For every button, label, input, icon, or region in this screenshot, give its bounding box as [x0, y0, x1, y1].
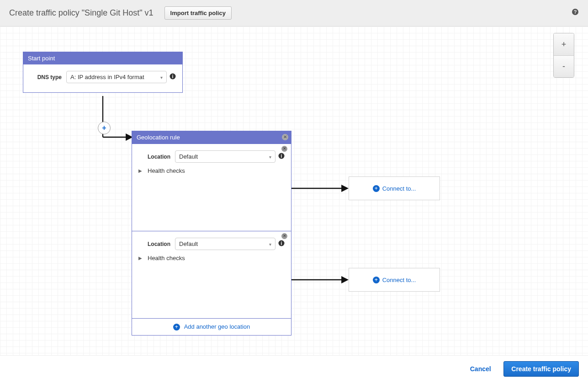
- connect-to-label: Connect to...: [382, 185, 416, 192]
- svg-text:i: i: [281, 154, 282, 159]
- location-select[interactable]: Default ▾: [175, 150, 275, 163]
- geo-section-0: ✕ Location Default ▾ i ▶ Health checks: [132, 144, 291, 231]
- add-geo-label: Add another geo location: [184, 323, 250, 330]
- canvas[interactable]: + - Start point DNS type A: IP address i…: [0, 27, 588, 356]
- remove-node-icon[interactable]: ✕: [282, 134, 288, 140]
- caret-right-icon: ▶: [138, 168, 142, 173]
- add-geo-location[interactable]: + Add another geo location: [132, 318, 291, 335]
- chevron-down-icon: ▾: [160, 75, 163, 80]
- health-checks-toggle[interactable]: ▶ Health checks: [138, 255, 285, 261]
- start-point-header: Start point: [23, 52, 182, 64]
- svg-text:i: i: [172, 74, 174, 79]
- dns-type-label: DNS type: [30, 74, 66, 80]
- zoom-out-button[interactable]: -: [554, 55, 574, 77]
- cancel-button[interactable]: Cancel: [464, 362, 498, 376]
- connect-to-label: Connect to...: [382, 277, 416, 283]
- dns-type-select[interactable]: A: IP address in IPv4 format ▾: [66, 71, 167, 83]
- import-traffic-policy-button[interactable]: Import traffic policy: [164, 6, 232, 20]
- svg-text:?: ?: [574, 9, 577, 15]
- health-checks-label: Health checks: [148, 167, 185, 174]
- geo-section-1: ✕ Location Default ▾ i ▶ Health checks: [132, 231, 291, 318]
- health-checks-toggle[interactable]: ▶ Health checks: [138, 167, 285, 174]
- caret-right-icon: ▶: [138, 256, 142, 261]
- health-checks-label: Health checks: [148, 255, 185, 261]
- location-label: Location: [138, 154, 175, 160]
- info-icon[interactable]: i: [278, 240, 285, 248]
- help-icon[interactable]: ?: [572, 8, 579, 17]
- info-icon[interactable]: i: [170, 73, 176, 81]
- connect-to-box-0[interactable]: + Connect to...: [349, 176, 440, 200]
- zoom-controls: + -: [553, 33, 574, 78]
- chevron-down-icon: ▾: [269, 154, 271, 159]
- add-rule-button[interactable]: +: [98, 122, 111, 134]
- dns-type-value: A: IP address in IPv4 format: [70, 74, 144, 80]
- zoom-in-button[interactable]: +: [554, 33, 574, 55]
- location-select[interactable]: Default ▾: [175, 238, 275, 250]
- location-value: Default: [179, 240, 198, 247]
- geolocation-rule-node[interactable]: Geolocation rule ✕ ✕ Location Default ▾ …: [132, 131, 291, 336]
- plus-circle-icon: +: [373, 185, 380, 192]
- create-traffic-policy-button[interactable]: Create traffic policy: [503, 361, 579, 377]
- location-value: Default: [179, 153, 198, 160]
- location-label: Location: [138, 241, 175, 247]
- chevron-down-icon: ▾: [269, 241, 271, 246]
- start-point-node[interactable]: Start point DNS type A: IP address in IP…: [23, 52, 183, 93]
- plus-circle-icon: +: [373, 277, 380, 283]
- svg-text:i: i: [281, 241, 282, 246]
- remove-location-icon[interactable]: ✕: [281, 233, 287, 239]
- remove-location-icon[interactable]: ✕: [281, 146, 287, 152]
- footer-bar: Cancel Create traffic policy: [0, 356, 588, 382]
- header-bar: Create traffic policy "Single Git Host" …: [0, 0, 588, 27]
- info-icon[interactable]: i: [278, 153, 285, 160]
- geolocation-header: Geolocation rule ✕: [132, 131, 291, 144]
- start-point-body: DNS type A: IP address in IPv4 format ▾ …: [23, 64, 182, 92]
- page-title: Create traffic policy "Single Git Host" …: [9, 8, 154, 18]
- geolocation-title: Geolocation rule: [137, 134, 180, 141]
- plus-circle-icon: +: [173, 324, 180, 331]
- connect-to-box-1[interactable]: + Connect to...: [349, 268, 440, 292]
